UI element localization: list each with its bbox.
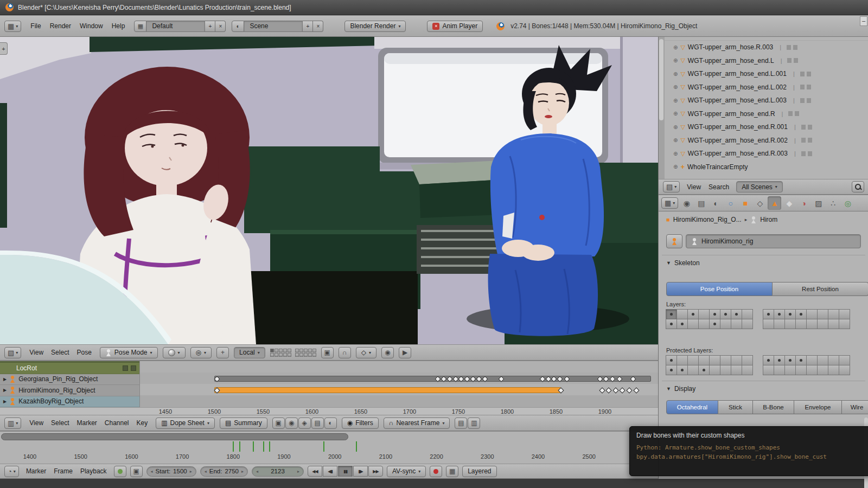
properties-tab-render-layers[interactable]: ▤: [694, 196, 708, 210]
viewport-layer-toggle[interactable]: [270, 353, 274, 357]
layer-toggle[interactable]: [774, 319, 785, 329]
protected-layer-toggle[interactable]: [763, 355, 774, 365]
next-keyframe-button[interactable]: ▮▶: [353, 466, 368, 477]
decrement-icon[interactable]: ◂: [256, 469, 258, 474]
expand-icon[interactable]: ⊕: [673, 151, 678, 157]
protected-layer-toggle[interactable]: [795, 365, 807, 375]
layer-toggle[interactable]: [687, 309, 699, 319]
viewport-layer-toggle[interactable]: [275, 353, 278, 357]
timeline-menu-playback[interactable]: Playback: [77, 466, 110, 477]
lock-time-icon[interactable]: ▣: [130, 466, 143, 477]
layer-toggle[interactable]: [731, 309, 742, 319]
outliner-item[interactable]: ⊕+WholeTraincarEmpty: [665, 160, 868, 174]
outliner-item[interactable]: ⊕▽WGT-upper_arm_hose_end.L|: [665, 54, 868, 68]
paste-keyframes-icon[interactable]: ▥: [468, 418, 480, 429]
layer-toggle[interactable]: [698, 319, 710, 329]
menu-render[interactable]: Render: [47, 21, 74, 31]
display-option-octahedral[interactable]: Octahedral: [666, 400, 718, 414]
3d-viewport[interactable]: +: [0, 37, 658, 344]
window-minimize-button[interactable]: –: [860, 16, 867, 26]
add-layout-button[interactable]: +: [205, 21, 215, 32]
outliner-item[interactable]: ⊕▽WGT-upper_arm_hose_end.R.003|: [665, 147, 868, 160]
snap-magnet-icon[interactable]: ∩: [339, 347, 351, 358]
expand-arrow-icon[interactable]: ▶: [3, 399, 7, 404]
layer-toggle[interactable]: [828, 309, 839, 319]
timeline-ruler[interactable]: 1400150016001700180019002000210022002300…: [0, 432, 658, 464]
protected-layer-toggle[interactable]: [731, 355, 742, 365]
decrement-icon[interactable]: ◂: [205, 469, 207, 474]
pose-position-button[interactable]: Pose Position: [666, 282, 773, 296]
protected-layer-toggle[interactable]: [720, 355, 731, 365]
viewport-layer-toggle[interactable]: [304, 353, 308, 357]
viewport-menu-view[interactable]: View: [26, 347, 47, 358]
layer-toggle[interactable]: [698, 309, 710, 319]
mode-dropdown[interactable]: Pose Mode ▾: [100, 347, 158, 358]
layer-toggle[interactable]: [828, 319, 839, 329]
dope-sheet-editor-type-button[interactable]: ▥▾: [4, 418, 21, 429]
dope-sheet-ruler[interactable]: 1450150015501600165017001750180018501900: [0, 407, 658, 415]
protected-layer-toggle[interactable]: [731, 365, 742, 375]
properties-editor-type-button[interactable]: ▦▾: [661, 197, 678, 209]
viewport-layer-toggle[interactable]: [295, 353, 299, 357]
protected-layer-toggle[interactable]: [687, 355, 699, 365]
protected-layer-toggle[interactable]: [687, 365, 699, 375]
properties-tab-physics[interactable]: ◎: [841, 196, 854, 210]
lock-toggle-icon[interactable]: [131, 365, 136, 371]
expand-icon[interactable]: ⊕: [673, 84, 678, 90]
viewport-menu-pose[interactable]: Pose: [73, 347, 94, 358]
protected-layer-toggle[interactable]: [839, 355, 850, 365]
layer-toggle[interactable]: [709, 309, 720, 319]
layer-toggle[interactable]: [795, 319, 807, 329]
viewport-layer-toggle[interactable]: [312, 353, 316, 357]
protected-layer-toggle[interactable]: [817, 355, 828, 365]
layer-toggle[interactable]: [676, 309, 688, 319]
protected-layer-toggle[interactable]: [763, 365, 774, 375]
add-scene-button[interactable]: +: [303, 21, 313, 32]
layer-toggle[interactable]: [666, 319, 677, 329]
properties-tab-world[interactable]: ○: [724, 196, 737, 210]
protected-layer-toggle[interactable]: [817, 365, 828, 375]
outliner-menu-search[interactable]: Search: [705, 182, 732, 192]
layer-toggle[interactable]: [839, 309, 850, 319]
layered-record-button[interactable]: Layered: [462, 466, 496, 477]
properties-tab-object[interactable]: ■: [738, 196, 752, 210]
viewport-shading-dropdown[interactable]: ▾: [163, 347, 186, 358]
viewport-menu-select[interactable]: Select: [48, 347, 72, 358]
use-preview-range-icon[interactable]: [114, 466, 126, 477]
layer-toggle[interactable]: [709, 319, 720, 329]
protected-layer-toggle[interactable]: [828, 355, 839, 365]
layer-toggle[interactable]: [784, 319, 796, 329]
end-frame-field[interactable]: ◂ End: 2750 ▸: [200, 466, 248, 477]
auto-snap-dropdown[interactable]: ∩ Nearest Frame ▾: [384, 418, 450, 429]
region-expand-tab[interactable]: +: [0, 42, 8, 55]
expand-icon[interactable]: ⊕: [673, 44, 678, 50]
properties-tab-constraints[interactable]: ◇: [753, 196, 767, 210]
protected-layer-toggle[interactable]: [676, 365, 688, 375]
decrement-icon[interactable]: ◂: [151, 469, 153, 474]
manipulator-toggle[interactable]: +: [216, 347, 229, 358]
layer-toggle[interactable]: [687, 319, 699, 329]
viewport-layer-toggle[interactable]: [312, 349, 316, 352]
layer-toggle[interactable]: [763, 309, 774, 319]
protected-layer-toggle[interactable]: [784, 355, 796, 365]
outliner-editor-type-button[interactable]: ▤▾: [663, 181, 680, 192]
protected-layer-toggle[interactable]: [709, 365, 720, 375]
expand-icon[interactable]: ⊕: [673, 57, 678, 63]
protected-layer-toggle[interactable]: [774, 365, 785, 375]
layer-toggle[interactable]: [806, 309, 818, 319]
rest-position-button[interactable]: Rest Position: [773, 282, 868, 296]
viewport-layer-toggle[interactable]: [288, 349, 291, 352]
show-hidden-icon[interactable]: ◉: [285, 418, 298, 429]
jump-to-end-button[interactable]: ▶▶: [368, 466, 383, 477]
protected-layer-toggle[interactable]: [839, 365, 850, 375]
armature-id-button[interactable]: [666, 234, 682, 248]
expand-icon[interactable]: ⊕: [673, 111, 678, 117]
outliner-item[interactable]: ⊕▽WGT-upper_arm_hose_end.L.003|: [665, 94, 868, 107]
display-option-envelope[interactable]: Envelope: [794, 400, 842, 414]
menu-file[interactable]: File: [27, 21, 44, 31]
protected-layer-toggle[interactable]: [720, 365, 731, 375]
scene-icon[interactable]: ◐: [232, 21, 244, 32]
breadcrumb-data[interactable]: Hirom: [760, 216, 777, 223]
layer-toggle[interactable]: [676, 319, 688, 329]
viewport-layer-toggle[interactable]: [279, 353, 283, 357]
